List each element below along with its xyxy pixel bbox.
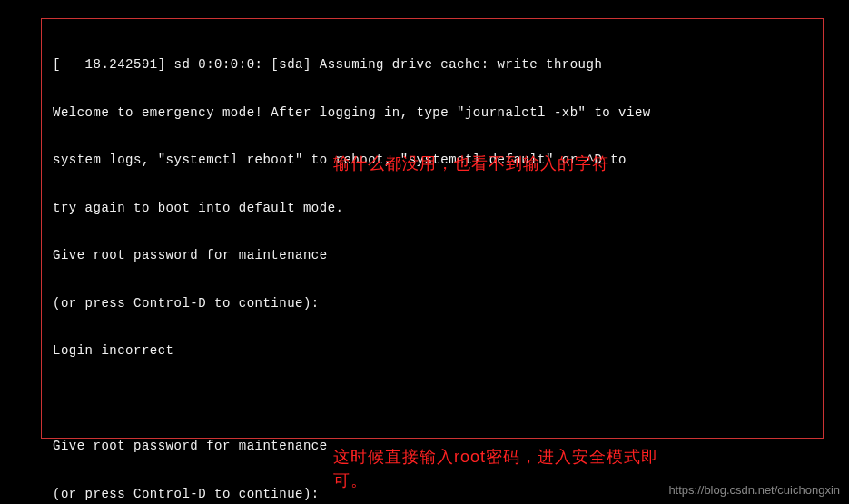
terminal-line: Welcome to emergency mode! After logging…	[53, 105, 824, 122]
terminal-line: (or press Control-D to continue):	[53, 296, 824, 312]
watermark-text: https://blog.csdn.net/cuichongxin	[668, 483, 840, 497]
annotation-bottom: 这时候直接输入root密码，进入安全模式即 可。	[333, 445, 658, 492]
annotation-bottom-line2: 可。	[333, 471, 368, 489]
terminal-line: [ 18.242591] sd 0:0:0:0: [sda] Assuming …	[53, 57, 824, 74]
terminal-line: Login incorrect	[53, 343, 824, 360]
annotation-bottom-line1: 这时候直接输入root密码，进入安全模式即	[333, 448, 658, 466]
terminal-output[interactable]: [ 18.242591] sd 0:0:0:0: [sda] Assuming …	[53, 25, 824, 504]
terminal-line: Give root password for maintenance	[53, 248, 824, 264]
terminal-line	[53, 391, 824, 408]
annotation-top: 输什么都没用，也看不到输入的字符	[333, 153, 609, 174]
terminal-line: try again to boot into default mode.	[53, 201, 824, 217]
